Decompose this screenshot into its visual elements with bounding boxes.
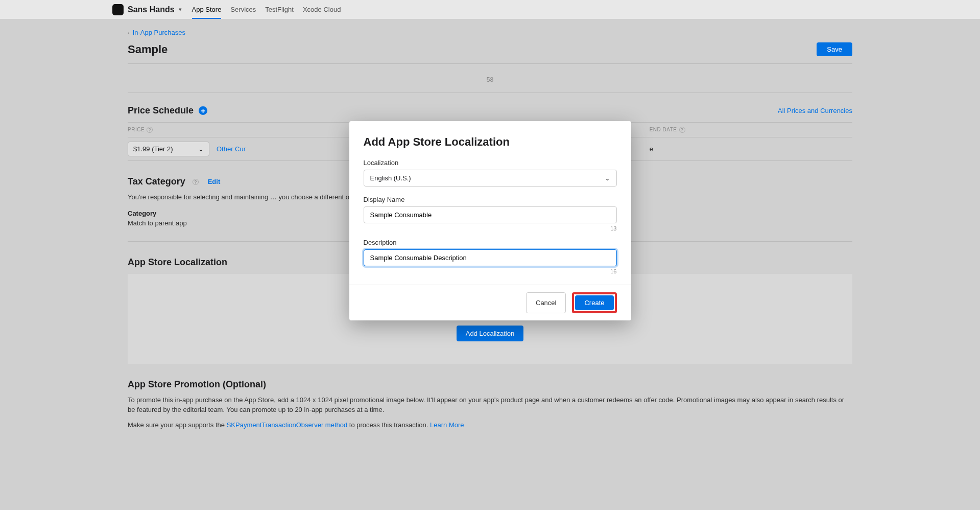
display-name-label: Display Name bbox=[364, 196, 617, 203]
price-schedule-header: Price Schedule + All Prices and Currenci… bbox=[128, 105, 852, 116]
tab-testflight[interactable]: TestFlight bbox=[265, 1, 294, 19]
tab-app-store[interactable]: App Store bbox=[192, 1, 222, 19]
create-button[interactable]: Create bbox=[575, 295, 613, 310]
cancel-button[interactable]: Cancel bbox=[526, 292, 566, 313]
app-selector[interactable]: Sans Hands ▾ bbox=[112, 4, 182, 15]
help-icon[interactable]: ? bbox=[147, 127, 153, 133]
add-localization-button[interactable]: Add Localization bbox=[457, 326, 523, 341]
localization-label: Localization bbox=[364, 159, 617, 167]
chevron-down-icon: ⌄ bbox=[605, 174, 610, 182]
edit-tax-link[interactable]: Edit bbox=[208, 178, 221, 186]
promotion-desc-2: Make sure your app supports the SKPaymen… bbox=[128, 420, 852, 430]
chevron-left-icon: ‹ bbox=[128, 30, 130, 36]
all-prices-link[interactable]: All Prices and Currencies bbox=[778, 107, 852, 114]
observer-method-link[interactable]: SKPaymentTransactionObserver method bbox=[227, 421, 348, 429]
localization-select[interactable]: English (U.S.) ⌄ bbox=[364, 170, 617, 187]
learn-more-link[interactable]: Learn More bbox=[430, 421, 464, 429]
promotion-title: App Store Promotion (Optional) bbox=[128, 379, 852, 390]
app-icon bbox=[112, 4, 124, 15]
modal-footer: Cancel Create bbox=[349, 285, 631, 320]
save-button[interactable]: Save bbox=[817, 42, 852, 56]
end-date-cell: e bbox=[650, 145, 852, 153]
modal-title: Add App Store Localization bbox=[364, 135, 617, 149]
promotion-section: App Store Promotion (Optional) To promot… bbox=[128, 379, 852, 430]
top-nav: Sans Hands ▾ App Store Services TestFlig… bbox=[0, 0, 980, 19]
tab-xcode-cloud[interactable]: Xcode Cloud bbox=[303, 1, 341, 19]
create-button-highlight: Create bbox=[572, 292, 616, 313]
display-name-input[interactable] bbox=[364, 206, 617, 223]
display-name-count: 13 bbox=[364, 225, 617, 231]
tab-services[interactable]: Services bbox=[230, 1, 256, 19]
price-schedule-title: Price Schedule + bbox=[128, 105, 207, 116]
description-label: Description bbox=[364, 239, 617, 246]
app-name: Sans Hands bbox=[128, 5, 175, 14]
description-input[interactable] bbox=[364, 249, 617, 266]
breadcrumb[interactable]: ‹ In-App Purchases bbox=[128, 29, 852, 36]
page-header: Sample Save bbox=[128, 42, 852, 64]
chevron-down-icon: ⌄ bbox=[198, 145, 204, 153]
page-title: Sample bbox=[128, 43, 168, 56]
promotion-desc-1: To promote this in-app purchase on the A… bbox=[128, 395, 852, 415]
other-currencies-link[interactable]: Other Cur bbox=[217, 145, 246, 153]
help-icon[interactable]: ? bbox=[679, 127, 685, 133]
add-price-icon[interactable]: + bbox=[199, 106, 207, 115]
add-localization-modal: Add App Store Localization Localization … bbox=[349, 121, 631, 320]
help-icon[interactable]: ? bbox=[193, 179, 199, 185]
col-end-date: END DATE? bbox=[650, 127, 852, 133]
breadcrumb-label: In-App Purchases bbox=[133, 29, 185, 36]
chevron-down-icon: ▾ bbox=[179, 6, 182, 13]
description-count: 16 bbox=[364, 268, 617, 274]
nav-tabs: App Store Services TestFlight Xcode Clou… bbox=[192, 1, 341, 19]
char-count-row: 58 bbox=[128, 73, 852, 93]
price-tier-select[interactable]: $1.99 (Tier 2) ⌄ bbox=[128, 142, 209, 156]
